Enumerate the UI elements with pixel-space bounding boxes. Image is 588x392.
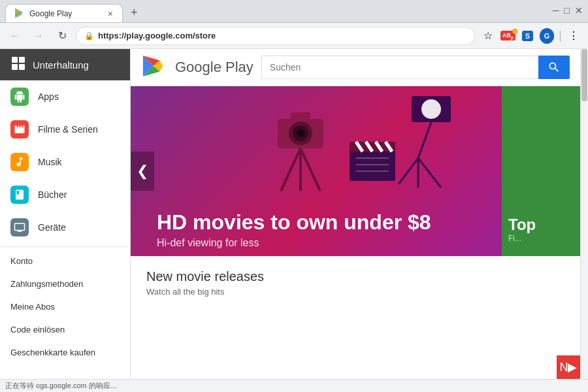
sidebar-item-music[interactable]: Musik <box>0 146 130 178</box>
active-tab[interactable]: Google Play × <box>5 4 123 22</box>
books-label: Bücher <box>38 189 67 200</box>
browser-chrome: Google Play × + ─ □ ✕ <box>0 0 588 23</box>
movies-label: Filme & Serien <box>38 124 98 135</box>
scroll-next-button[interactable]: N▶ <box>557 355 580 379</box>
url-domain: play.google.com <box>126 31 193 41</box>
store-logo-text: Google Play <box>175 59 253 76</box>
svg-text:G: G <box>544 32 550 40</box>
sidebar-header-icon <box>10 56 26 74</box>
apps-icon <box>10 88 29 106</box>
main-content: Google Play <box>131 49 580 392</box>
sidebar-divider <box>0 246 130 247</box>
page-container: Unterhaltung Apps Filme & Serien <box>0 49 588 392</box>
navigation-bar: ← → ↻ 🔒 https://play.google.com/store ☆ … <box>0 23 588 49</box>
sidebar-link-zahlungsmethoden[interactable]: Zahlungsmethoden <box>0 272 130 295</box>
svg-rect-5 <box>12 57 18 63</box>
books-icon <box>10 186 29 204</box>
svg-line-26 <box>418 158 441 188</box>
back-button[interactable]: ← <box>5 26 25 46</box>
status-bar: 正在等待 ogs.google.com 的响应... <box>0 379 588 392</box>
svg-point-16 <box>297 129 304 137</box>
tab-bar: Google Play × + <box>5 0 143 22</box>
minimize-button[interactable]: ─ <box>553 5 559 16</box>
tab-close-button[interactable]: × <box>106 7 114 20</box>
store-header: Google Play <box>131 49 580 86</box>
search-button[interactable] <box>538 56 570 79</box>
bookmark-button[interactable]: ☆ <box>479 27 497 45</box>
hero-right-text: Top <box>508 216 574 234</box>
sidebar-link-code[interactable]: Code einlösen <box>0 318 130 341</box>
section-new-releases: New movie releases Watch all the big hit… <box>131 256 580 310</box>
extension-adblock-button[interactable]: ABp 1 <box>498 27 517 45</box>
tab-favicon <box>14 7 24 20</box>
extension-s-button[interactable]: S <box>518 27 536 45</box>
svg-line-18 <box>281 148 301 191</box>
section-title: New movie releases <box>146 269 564 284</box>
security-lock-icon: 🔒 <box>84 31 94 41</box>
menu-button[interactable]: ⋮ <box>564 27 583 45</box>
divider: | <box>559 29 562 42</box>
url-display: https://play.google.com/store <box>98 31 466 41</box>
svg-rect-6 <box>19 57 25 63</box>
play-logo-icon <box>141 54 165 80</box>
svg-point-22 <box>421 99 441 119</box>
sidebar-link-konto[interactable]: Konto <box>0 250 130 272</box>
apps-label: Apps <box>38 91 59 102</box>
tab-title: Google Play <box>29 9 101 18</box>
refresh-button[interactable]: ↻ <box>52 26 72 46</box>
devices-icon <box>10 218 29 237</box>
music-icon <box>10 153 29 171</box>
sidebar-link-geschenk[interactable]: Geschenkkarte kaufen <box>0 341 130 364</box>
sidebar-item-movies[interactable]: Filme & Serien <box>0 113 130 146</box>
sidebar: Unterhaltung Apps Filme & Serien <box>0 49 131 392</box>
music-label: Musik <box>38 157 62 167</box>
hero-right-subtext: Fi... <box>508 234 574 243</box>
page-scrollbar[interactable] <box>580 49 588 392</box>
hero-subtitle: Hi-def viewing for less <box>157 237 554 249</box>
new-tab-button[interactable]: + <box>125 3 143 22</box>
status-text: 正在等待 ogs.google.com 的响应... <box>5 381 116 391</box>
svg-rect-7 <box>12 64 18 70</box>
devices-label: Geräte <box>38 222 66 233</box>
google-play-logo: Google Play <box>141 54 253 80</box>
search-input[interactable] <box>261 56 538 79</box>
svg-line-23 <box>418 122 431 158</box>
sidebar-item-apps[interactable]: Apps <box>0 80 130 113</box>
section-subtitle: Watch all the big hits <box>146 287 564 297</box>
url-protocol: https:// <box>98 31 126 41</box>
svg-line-24 <box>399 158 418 184</box>
sidebar-link-meine-abos[interactable]: Meine Abos <box>0 295 130 318</box>
search-container <box>261 56 570 79</box>
scroll-indicator: N▶ <box>557 355 580 379</box>
svg-rect-8 <box>19 64 25 70</box>
movies-icon <box>10 120 29 139</box>
sidebar-item-devices[interactable]: Geräte <box>0 211 130 244</box>
profile-icon: G <box>540 28 554 44</box>
hero-banner: ❮ HD movies to own under $8 Hi-def viewi… <box>131 86 580 256</box>
maximize-button[interactable]: □ <box>564 5 570 16</box>
sidebar-header-label: Unterhaltung <box>33 59 89 71</box>
scrollbar-track <box>581 49 588 392</box>
profile-button[interactable]: G <box>538 27 556 45</box>
close-window-button[interactable]: ✕ <box>575 5 583 16</box>
hero-prev-button[interactable]: ❮ <box>131 152 154 191</box>
address-bar[interactable]: 🔒 https://play.google.com/store <box>76 27 475 45</box>
window-controls: ─ □ ✕ <box>553 5 583 16</box>
url-path: /store <box>193 31 216 41</box>
scrollbar-thumb[interactable] <box>581 49 587 101</box>
sidebar-item-books[interactable]: Bücher <box>0 178 130 211</box>
svg-rect-17 <box>291 112 310 120</box>
svg-line-20 <box>301 148 320 191</box>
forward-button[interactable]: → <box>29 26 48 46</box>
nav-actions: ☆ ABp 1 S G | ⋮ <box>479 27 583 45</box>
hero-right-section: Top Fi... <box>502 86 580 256</box>
sidebar-header[interactable]: Unterhaltung <box>0 49 130 80</box>
